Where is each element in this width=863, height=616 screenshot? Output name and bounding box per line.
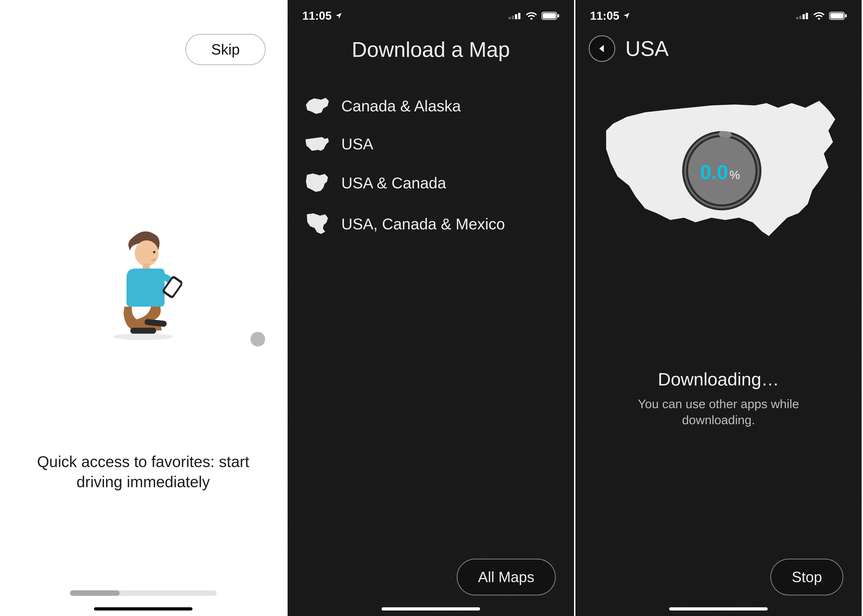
svg-rect-15 — [796, 17, 799, 19]
person-phone-illustration — [104, 229, 182, 335]
svg-rect-11 — [518, 13, 520, 19]
downloading-label: Downloading… — [603, 369, 834, 390]
svg-rect-20 — [830, 13, 844, 19]
status-bar: 11:05 — [575, 0, 861, 25]
svg-point-1 — [153, 251, 156, 253]
downloading-hint: You can use other apps while downloading… — [603, 396, 834, 428]
map-item-usa[interactable]: USA — [288, 125, 574, 163]
svg-point-0 — [135, 240, 159, 266]
progress-percent: 0.0% — [700, 160, 740, 184]
location-icon — [335, 12, 343, 20]
map-shape-icon — [305, 213, 330, 235]
status-time: 11:05 — [590, 9, 619, 22]
screen-title: Download a Map — [288, 38, 574, 62]
svg-rect-9 — [512, 16, 514, 19]
usa-map-progress: 0.0% — [593, 90, 844, 246]
home-indicator — [94, 607, 192, 611]
svg-rect-13 — [542, 13, 556, 19]
location-icon — [622, 12, 630, 20]
all-maps-button[interactable]: All Maps — [457, 559, 555, 596]
onboarding-illustration — [40, 229, 246, 340]
map-list: Canada & Alaska USA USA & Canada USA, Ca… — [288, 87, 574, 245]
svg-rect-8 — [508, 17, 511, 19]
skip-button[interactable]: Skip — [185, 34, 266, 65]
battery-icon — [829, 11, 847, 20]
back-arrow-icon — [596, 43, 607, 54]
downloading-screen: 11:05 — [575, 0, 863, 616]
map-item-label: USA & Canada — [341, 174, 446, 192]
map-shape-icon — [305, 136, 330, 152]
screen-title: USA — [626, 37, 669, 61]
stop-button[interactable]: Stop — [770, 559, 843, 596]
svg-rect-16 — [799, 16, 802, 19]
wifi-icon — [526, 12, 537, 20]
wifi-icon — [814, 12, 825, 20]
svg-rect-18 — [806, 13, 808, 19]
map-item-canada-alaska[interactable]: Canada & Alaska — [288, 87, 574, 125]
cellular-icon — [508, 12, 521, 20]
svg-rect-10 — [515, 14, 517, 19]
map-item-label: Canada & Alaska — [341, 97, 461, 115]
status-time: 11:05 — [302, 9, 332, 22]
status-bar: 11:05 — [288, 0, 574, 25]
onboarding-progress — [70, 590, 217, 596]
onboarding-caption: Quick access to favorites: start driving… — [0, 451, 286, 492]
svg-rect-6 — [130, 328, 156, 334]
download-map-screen: 11:05 Download a Map — [288, 0, 575, 616]
svg-rect-17 — [803, 14, 805, 19]
map-item-label: USA — [341, 135, 373, 153]
svg-rect-21 — [845, 14, 847, 17]
page-indicator-dot — [250, 332, 265, 347]
map-item-label: USA, Canada & Mexico — [341, 215, 505, 233]
battery-icon — [541, 11, 560, 20]
back-button[interactable] — [589, 35, 615, 62]
svg-rect-2 — [143, 264, 149, 269]
map-item-usa-canada[interactable]: USA & Canada — [288, 163, 574, 203]
home-indicator — [382, 607, 480, 611]
cellular-icon — [796, 12, 809, 20]
map-shape-icon — [305, 97, 330, 115]
map-shape-icon — [305, 173, 330, 193]
onboarding-screen: Skip — [0, 0, 288, 616]
home-indicator — [669, 607, 768, 611]
svg-rect-14 — [558, 14, 559, 17]
map-item-usa-canada-mexico[interactable]: USA, Canada & Mexico — [288, 203, 574, 245]
